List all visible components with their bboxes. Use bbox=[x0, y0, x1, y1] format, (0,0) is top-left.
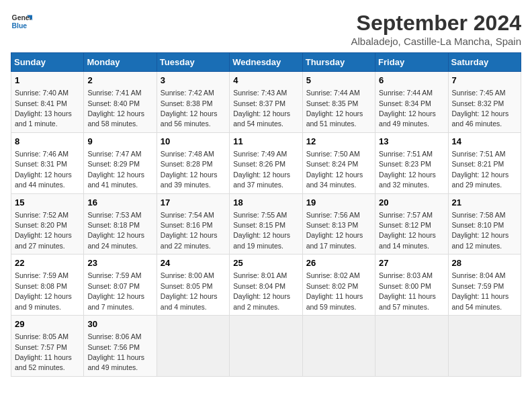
calendar-cell: 1 Sunrise: 7:40 AMSunset: 8:41 PMDayligh… bbox=[11, 72, 84, 133]
day-info: Sunrise: 7:53 AMSunset: 8:18 PMDaylight:… bbox=[87, 211, 144, 250]
calendar-cell: 11 Sunrise: 7:49 AMSunset: 8:26 PMDaylig… bbox=[230, 132, 302, 193]
day-info: Sunrise: 7:57 AMSunset: 8:12 PMDaylight:… bbox=[379, 211, 436, 250]
header-monday: Monday bbox=[84, 53, 157, 72]
day-info: Sunrise: 7:47 AMSunset: 8:29 PMDaylight:… bbox=[87, 150, 144, 189]
day-number: 16 bbox=[87, 197, 152, 209]
calendar-cell: 5 Sunrise: 7:44 AMSunset: 8:35 PMDayligh… bbox=[302, 72, 375, 133]
calendar-cell: 12 Sunrise: 7:50 AMSunset: 8:24 PMDaylig… bbox=[302, 132, 375, 193]
day-number: 23 bbox=[87, 257, 152, 269]
header-friday: Friday bbox=[375, 53, 448, 72]
location-subtitle: Albaladejo, Castille-La Mancha, Spain bbox=[351, 36, 521, 47]
day-info: Sunrise: 7:54 AMSunset: 8:16 PMDaylight:… bbox=[161, 211, 218, 250]
day-info: Sunrise: 7:45 AMSunset: 8:32 PMDaylight:… bbox=[452, 89, 509, 128]
day-number: 12 bbox=[306, 136, 371, 148]
calendar-cell: 25 Sunrise: 8:01 AMSunset: 8:04 PMDaylig… bbox=[230, 255, 302, 316]
day-info: Sunrise: 7:41 AMSunset: 8:40 PMDaylight:… bbox=[87, 89, 144, 128]
day-info: Sunrise: 7:52 AMSunset: 8:20 PMDaylight:… bbox=[15, 211, 72, 250]
calendar-week-row: 8 Sunrise: 7:46 AMSunset: 8:31 PMDayligh… bbox=[11, 132, 521, 193]
day-info: Sunrise: 7:51 AMSunset: 8:21 PMDaylight:… bbox=[452, 150, 509, 189]
day-number: 9 bbox=[87, 136, 152, 148]
calendar-cell: 24 Sunrise: 8:00 AMSunset: 8:05 PMDaylig… bbox=[157, 255, 229, 316]
day-number: 24 bbox=[161, 257, 226, 269]
day-number: 7 bbox=[452, 75, 517, 87]
day-number: 20 bbox=[379, 197, 444, 209]
calendar-cell bbox=[375, 316, 448, 377]
calendar-week-row: 1 Sunrise: 7:40 AMSunset: 8:41 PMDayligh… bbox=[11, 72, 521, 133]
calendar-cell: 22 Sunrise: 7:59 AMSunset: 8:08 PMDaylig… bbox=[11, 255, 84, 316]
day-number: 27 bbox=[379, 257, 444, 269]
calendar-cell: 23 Sunrise: 7:59 AMSunset: 8:07 PMDaylig… bbox=[84, 255, 157, 316]
title-section: September 2024 Albaladejo, Castille-La M… bbox=[351, 11, 521, 47]
calendar-cell: 18 Sunrise: 7:55 AMSunset: 8:15 PMDaylig… bbox=[230, 193, 302, 255]
calendar-cell: 29 Sunrise: 8:05 AMSunset: 7:57 PMDaylig… bbox=[11, 316, 84, 377]
day-info: Sunrise: 7:58 AMSunset: 8:10 PMDaylight:… bbox=[452, 211, 509, 250]
day-info: Sunrise: 8:03 AMSunset: 8:00 PMDaylight:… bbox=[379, 271, 436, 310]
header-saturday: Saturday bbox=[448, 53, 521, 72]
day-info: Sunrise: 7:46 AMSunset: 8:31 PMDaylight:… bbox=[15, 150, 72, 189]
day-number: 11 bbox=[233, 136, 298, 148]
day-number: 13 bbox=[379, 136, 444, 148]
calendar-cell: 17 Sunrise: 7:54 AMSunset: 8:16 PMDaylig… bbox=[157, 193, 229, 255]
day-number: 5 bbox=[306, 75, 371, 87]
calendar-cell: 10 Sunrise: 7:48 AMSunset: 8:28 PMDaylig… bbox=[157, 132, 229, 193]
day-number: 21 bbox=[452, 197, 517, 209]
day-info: Sunrise: 7:40 AMSunset: 8:41 PMDaylight:… bbox=[15, 89, 72, 128]
day-info: Sunrise: 8:00 AMSunset: 8:05 PMDaylight:… bbox=[161, 271, 218, 310]
day-info: Sunrise: 7:42 AMSunset: 8:38 PMDaylight:… bbox=[161, 89, 218, 128]
day-number: 29 bbox=[15, 318, 80, 330]
header: General Blue September 2024 Albaladejo, … bbox=[11, 11, 521, 47]
day-info: Sunrise: 7:59 AMSunset: 8:07 PMDaylight:… bbox=[87, 271, 144, 310]
day-number: 30 bbox=[87, 318, 152, 330]
calendar-week-row: 29 Sunrise: 8:05 AMSunset: 7:57 PMDaylig… bbox=[11, 316, 521, 377]
day-info: Sunrise: 7:59 AMSunset: 8:08 PMDaylight:… bbox=[15, 271, 72, 310]
calendar-cell: 30 Sunrise: 8:06 AMSunset: 7:56 PMDaylig… bbox=[84, 316, 157, 377]
day-number: 2 bbox=[87, 75, 152, 87]
day-info: Sunrise: 7:51 AMSunset: 8:23 PMDaylight:… bbox=[379, 150, 436, 189]
logo-icon: General Blue bbox=[11, 11, 32, 32]
calendar-cell: 20 Sunrise: 7:57 AMSunset: 8:12 PMDaylig… bbox=[375, 193, 448, 255]
calendar-cell: 2 Sunrise: 7:41 AMSunset: 8:40 PMDayligh… bbox=[84, 72, 157, 133]
day-number: 14 bbox=[452, 136, 517, 148]
calendar-cell bbox=[448, 316, 521, 377]
calendar-cell: 8 Sunrise: 7:46 AMSunset: 8:31 PMDayligh… bbox=[11, 132, 84, 193]
calendar-header-row: SundayMondayTuesdayWednesdayThursdayFrid… bbox=[11, 53, 521, 72]
calendar-cell: 3 Sunrise: 7:42 AMSunset: 8:38 PMDayligh… bbox=[157, 72, 229, 133]
day-info: Sunrise: 8:04 AMSunset: 7:59 PMDaylight:… bbox=[452, 271, 509, 310]
calendar-week-row: 22 Sunrise: 7:59 AMSunset: 8:08 PMDaylig… bbox=[11, 255, 521, 316]
calendar-week-row: 15 Sunrise: 7:52 AMSunset: 8:20 PMDaylig… bbox=[11, 193, 521, 255]
calendar-cell: 27 Sunrise: 8:03 AMSunset: 8:00 PMDaylig… bbox=[375, 255, 448, 316]
calendar-cell bbox=[230, 316, 302, 377]
day-number: 26 bbox=[306, 257, 371, 269]
header-sunday: Sunday bbox=[11, 53, 84, 72]
day-info: Sunrise: 8:01 AMSunset: 8:04 PMDaylight:… bbox=[233, 271, 290, 310]
day-number: 22 bbox=[15, 257, 80, 269]
day-info: Sunrise: 8:05 AMSunset: 7:57 PMDaylight:… bbox=[15, 332, 72, 371]
day-number: 8 bbox=[15, 136, 80, 148]
header-thursday: Thursday bbox=[302, 53, 375, 72]
logo: General Blue bbox=[11, 11, 32, 32]
header-tuesday: Tuesday bbox=[157, 53, 229, 72]
day-number: 6 bbox=[379, 75, 444, 87]
calendar-cell: 4 Sunrise: 7:43 AMSunset: 8:37 PMDayligh… bbox=[230, 72, 302, 133]
month-year-title: September 2024 bbox=[351, 11, 521, 36]
day-info: Sunrise: 7:50 AMSunset: 8:24 PMDaylight:… bbox=[306, 150, 363, 189]
day-info: Sunrise: 7:48 AMSunset: 8:28 PMDaylight:… bbox=[161, 150, 218, 189]
calendar-table: SundayMondayTuesdayWednesdayThursdayFrid… bbox=[11, 52, 521, 377]
svg-text:Blue: Blue bbox=[12, 22, 28, 30]
day-number: 4 bbox=[233, 75, 298, 87]
calendar-cell: 6 Sunrise: 7:44 AMSunset: 8:34 PMDayligh… bbox=[375, 72, 448, 133]
day-info: Sunrise: 7:44 AMSunset: 8:34 PMDaylight:… bbox=[379, 89, 436, 128]
calendar-cell: 21 Sunrise: 7:58 AMSunset: 8:10 PMDaylig… bbox=[448, 193, 521, 255]
day-info: Sunrise: 7:43 AMSunset: 8:37 PMDaylight:… bbox=[233, 89, 290, 128]
calendar-cell: 9 Sunrise: 7:47 AMSunset: 8:29 PMDayligh… bbox=[84, 132, 157, 193]
day-info: Sunrise: 7:49 AMSunset: 8:26 PMDaylight:… bbox=[233, 150, 290, 189]
day-number: 25 bbox=[233, 257, 298, 269]
calendar-cell: 14 Sunrise: 7:51 AMSunset: 8:21 PMDaylig… bbox=[448, 132, 521, 193]
day-info: Sunrise: 7:55 AMSunset: 8:15 PMDaylight:… bbox=[233, 211, 290, 250]
day-info: Sunrise: 8:06 AMSunset: 7:56 PMDaylight:… bbox=[87, 332, 144, 371]
calendar-cell: 13 Sunrise: 7:51 AMSunset: 8:23 PMDaylig… bbox=[375, 132, 448, 193]
header-wednesday: Wednesday bbox=[230, 53, 302, 72]
calendar-cell bbox=[157, 316, 229, 377]
day-number: 10 bbox=[161, 136, 226, 148]
day-number: 19 bbox=[306, 197, 371, 209]
